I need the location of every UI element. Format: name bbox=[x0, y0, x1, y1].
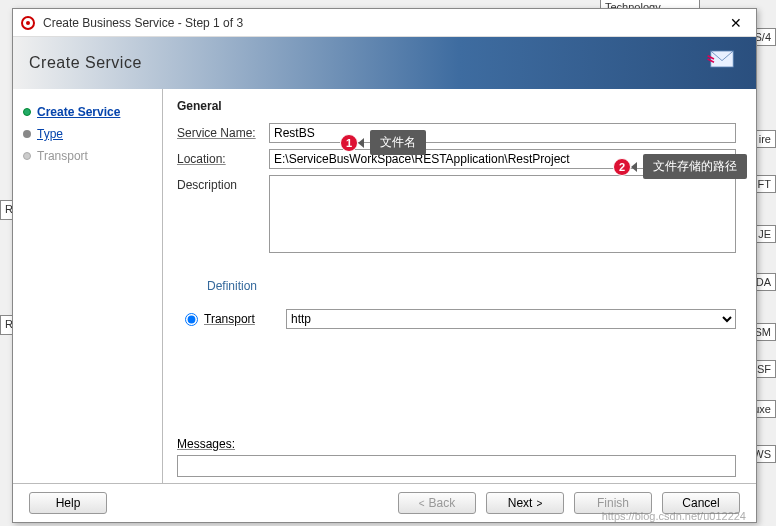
banner-heading: Create Service bbox=[29, 54, 142, 72]
annotation-text: 文件存储的路径 bbox=[643, 154, 747, 179]
step-dot-icon bbox=[23, 152, 31, 160]
window-title: Create Business Service - Step 1 of 3 bbox=[43, 16, 724, 30]
wizard-steps-sidebar: Create Service Type Transport bbox=[13, 89, 163, 483]
watermark: https://blog.csdn.net/u012224 bbox=[602, 510, 746, 522]
step-dot-icon bbox=[23, 108, 31, 116]
step-label: Transport bbox=[37, 149, 88, 163]
description-textarea[interactable] bbox=[269, 175, 736, 253]
transport-select[interactable]: http bbox=[286, 309, 736, 329]
chevron-right-icon: > bbox=[536, 498, 542, 509]
titlebar: Create Business Service - Step 1 of 3 ✕ bbox=[13, 9, 756, 37]
next-button[interactable]: Next> bbox=[486, 492, 564, 514]
oracle-icon bbox=[21, 16, 35, 30]
annotation-badge: 2 bbox=[613, 158, 631, 176]
step-type[interactable]: Type bbox=[23, 123, 152, 145]
step-transport: Transport bbox=[23, 145, 152, 167]
annotation-badge: 1 bbox=[340, 134, 358, 152]
annotation-2: 2 文件存储的路径 bbox=[613, 154, 747, 179]
messages-label: Messages: bbox=[177, 437, 736, 451]
definition-section-title: Definition bbox=[207, 279, 736, 295]
step-label: Create Service bbox=[37, 105, 120, 119]
step-label: Type bbox=[37, 127, 63, 141]
description-label: Description bbox=[177, 175, 269, 192]
step-create-service[interactable]: Create Service bbox=[23, 101, 152, 123]
location-label: Location: bbox=[177, 149, 269, 166]
mail-icon bbox=[706, 47, 738, 71]
step-dot-icon bbox=[23, 130, 31, 138]
transport-label: Transport bbox=[204, 312, 280, 326]
wizard-dialog: Create Business Service - Step 1 of 3 ✕ … bbox=[12, 8, 757, 523]
chevron-left-icon: < bbox=[419, 498, 425, 509]
back-button[interactable]: <Back bbox=[398, 492, 476, 514]
content-panel: General Service Name: Location: Descript… bbox=[163, 89, 756, 483]
help-button[interactable]: Help bbox=[29, 492, 107, 514]
service-name-label: Service Name: bbox=[177, 123, 269, 140]
general-section-title: General bbox=[177, 99, 736, 113]
annotation-text: 文件名 bbox=[370, 130, 426, 155]
bg-frag: ire bbox=[754, 130, 776, 148]
close-icon[interactable]: ✕ bbox=[724, 15, 748, 31]
messages-box bbox=[177, 455, 736, 477]
annotation-1: 1 文件名 bbox=[340, 130, 426, 155]
transport-radio[interactable] bbox=[185, 313, 198, 326]
banner: Create Service bbox=[13, 37, 756, 89]
